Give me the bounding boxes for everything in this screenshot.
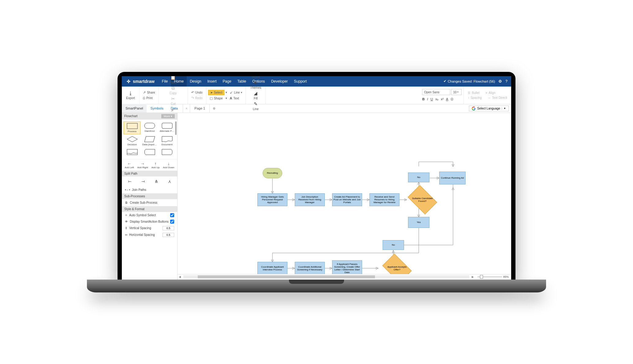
- tab-close[interactable]: ×: [183, 104, 190, 113]
- shape-startend-label: Start/End: [144, 130, 155, 132]
- node-no1[interactable]: No: [408, 173, 429, 182]
- print-button[interactable]: ⎙Print: [141, 96, 157, 100]
- shape-scrollbar[interactable]: [175, 121, 177, 135]
- italic-button[interactable]: I: [427, 97, 428, 101]
- font-color-button[interactable]: A: [446, 97, 448, 101]
- more-shapes-button[interactable]: More ▾: [161, 114, 175, 118]
- zoom-slider[interactable]: [478, 276, 502, 277]
- spacing-button[interactable]: ↕Spacing: [466, 96, 483, 100]
- node-offer-letter[interactable]: If Applicant Passes Screening, Create Of…: [332, 260, 362, 274]
- select-dropdown-icon[interactable]: ▾: [226, 91, 227, 94]
- chevron-down-icon: ▾: [457, 91, 459, 93]
- menu-table[interactable]: Table: [234, 76, 249, 87]
- font-name: Open Sans: [424, 91, 439, 94]
- superscript-button[interactable]: x²: [441, 97, 444, 101]
- redo-button[interactable]: ↷Redo: [190, 96, 204, 100]
- fill-label: Fill: [254, 97, 258, 100]
- symbol-button[interactable]: Ω: [451, 97, 453, 101]
- add-down-button[interactable]: ↓Add Down: [163, 161, 174, 169]
- shape-extra1[interactable]: [124, 148, 140, 157]
- line-tool-button[interactable]: ↙Line▾: [228, 90, 244, 95]
- themes-button[interactable]: ◈Themes: [248, 79, 263, 90]
- node-screening[interactable]: Coordinate Additional Screening if Neces…: [295, 262, 325, 274]
- node-interview[interactable]: Coordinate Applicant Interview Process: [257, 262, 287, 274]
- tab-smartpanel[interactable]: SmartPanel: [122, 104, 147, 113]
- split-option-1[interactable]: ⤚: [128, 179, 132, 184]
- tab-symbols[interactable]: Symbols: [147, 104, 167, 113]
- add-tab-button[interactable]: ⊕: [210, 106, 218, 110]
- text-tool-button[interactable]: AText: [228, 96, 241, 100]
- spacing-label: Spacing: [470, 96, 481, 99]
- menu-design[interactable]: Design: [187, 76, 204, 87]
- shape-tool-button[interactable]: ▢Shape: [208, 96, 224, 101]
- split-option-2[interactable]: ⤙: [141, 179, 145, 184]
- add-left-button[interactable]: ←Add Left: [125, 161, 134, 169]
- line-style-label: Line: [253, 107, 259, 111]
- align-icon: ≡: [485, 91, 487, 95]
- select-button[interactable]: ➤Select: [208, 90, 225, 95]
- menu-page[interactable]: Page: [220, 76, 234, 87]
- menu-support[interactable]: Support: [291, 76, 310, 87]
- node-accepts-offer[interactable]: Applicant Accepts Offer?: [382, 253, 412, 274]
- split-option-4[interactable]: ⋏: [168, 179, 171, 184]
- shape-alternate[interactable]: Alternate P…: [159, 121, 175, 134]
- bold-button[interactable]: B: [422, 97, 425, 101]
- shape-decision[interactable]: Decision: [124, 135, 140, 147]
- underline-button[interactable]: U: [430, 97, 433, 101]
- shape-dropdown-icon[interactable]: ▾: [226, 97, 227, 100]
- canvas-tab-page1[interactable]: Page 1: [190, 104, 210, 113]
- notification-icon[interactable]: ❂: [499, 79, 502, 84]
- font-select[interactable]: Open Sans: [422, 89, 450, 95]
- help-icon[interactable]: ?: [505, 79, 508, 84]
- svg-marker-4: [144, 136, 155, 142]
- text-direction-button[interactable]: ↔Text Directi: [486, 96, 509, 100]
- node-continue-ad[interactable]: Continue Running Ad: [439, 172, 466, 184]
- text-icon: A: [230, 96, 232, 100]
- line-style-button[interactable]: ✎Line: [251, 101, 260, 111]
- shape-document[interactable]: Document: [159, 135, 175, 147]
- svg-rect-2: [162, 123, 172, 128]
- add-up-button[interactable]: ↑Add Up: [152, 161, 160, 169]
- add-right-button[interactable]: →Add Right: [137, 161, 148, 169]
- align-button[interactable]: ≡Align: [484, 91, 497, 95]
- copy-button[interactable]: ⧉Copy: [168, 85, 178, 95]
- shape-extra3[interactable]: [159, 148, 175, 157]
- node-no2[interactable]: No: [383, 240, 404, 250]
- scroll-left-button[interactable]: ◀: [178, 275, 182, 278]
- fill-button[interactable]: ◢Fill: [252, 90, 260, 101]
- menu-insert[interactable]: Insert: [204, 76, 220, 87]
- split-option-3[interactable]: ⋔: [155, 179, 158, 184]
- scroll-right-button[interactable]: ▶: [470, 275, 475, 278]
- add-right-label: Add Right: [137, 166, 148, 169]
- canvas[interactable]: Recruiting Hiring Manager Gets Personnel…: [178, 113, 511, 274]
- node-hiring-request[interactable]: Hiring Manager Gets Personnel Request Ap…: [257, 193, 287, 206]
- export-button[interactable]: ⭳Export: [124, 90, 137, 100]
- language-select[interactable]: Select Language ▼: [469, 106, 509, 111]
- create-subprocess-button[interactable]: 🗎Create Sub-Process: [122, 199, 177, 206]
- shape-data[interactable]: Data (Input…: [141, 135, 158, 147]
- bullet-button[interactable]: ☰Bullet: [466, 91, 481, 95]
- subscript-button[interactable]: x₂: [435, 97, 438, 101]
- node-recruiting[interactable]: Recruiting: [263, 168, 282, 178]
- tab-data[interactable]: Data: [167, 104, 182, 113]
- auto-symbol-checkbox[interactable]: [170, 213, 174, 217]
- shape-process[interactable]: Process: [124, 121, 140, 134]
- menu-developer[interactable]: Developer: [268, 76, 291, 87]
- node-yes1[interactable]: Yes: [408, 217, 429, 228]
- share-button[interactable]: ↗Share: [141, 90, 157, 95]
- horizontal-scrollbar[interactable]: [183, 275, 469, 278]
- font-size-select[interactable]: 10 ▾: [451, 89, 462, 95]
- node-suitable-candidate[interactable]: Suitable Candidate Found?: [408, 185, 437, 214]
- shape-extra2[interactable]: [141, 148, 158, 157]
- styles-button[interactable]: ◧Styles: [250, 76, 262, 79]
- node-send-resumes[interactable]: Receive and Send Resumes to Hiring Manag…: [369, 193, 399, 206]
- join-paths-button[interactable]: •←•Join Paths: [122, 186, 177, 193]
- hspacing-input[interactable]: [163, 233, 174, 237]
- display-sa-checkbox[interactable]: [170, 220, 174, 224]
- paste-button[interactable]: 📋Paste: [167, 76, 179, 85]
- vspacing-input[interactable]: [163, 226, 174, 230]
- shape-startend[interactable]: Start/End: [141, 121, 158, 134]
- node-ad-placement[interactable]: Create Ad Placement to Post on Website a…: [332, 193, 362, 206]
- undo-button[interactable]: ↶Undo: [190, 90, 204, 95]
- node-job-description[interactable]: Job Description Received from Hiring Man…: [295, 193, 325, 206]
